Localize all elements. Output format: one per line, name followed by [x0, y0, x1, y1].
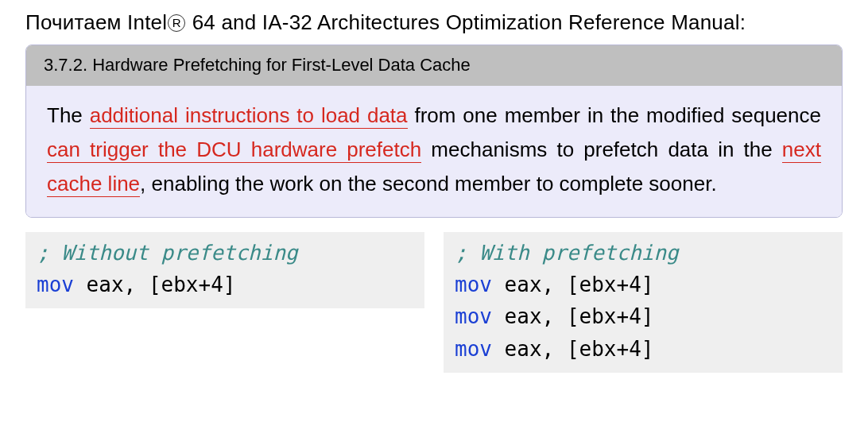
quote-text: mechanisms to prefetch data in the: [421, 137, 782, 161]
intro-line: Почитаем IntelR 64 and IA-32 Architectur…: [25, 8, 843, 37]
code-line: mov eax, [ebx+4]: [37, 269, 413, 300]
code-line: mov eax, [ebx+4]: [455, 300, 831, 332]
quote-text: The: [47, 103, 90, 127]
code-comment: ; Without prefetching: [37, 237, 413, 269]
registered-mark: R: [168, 14, 185, 32]
code-line: mov eax, [ebx+4]: [455, 269, 831, 300]
intro-prefix: Почитаем Intel: [25, 10, 167, 34]
mnemonic: mov: [455, 337, 492, 361]
quote-text: from one member in the modified sequence: [408, 103, 821, 127]
code-columns: ; Without prefetching mov eax, [ebx+4] ;…: [25, 232, 843, 373]
operands: eax, [ebx+4]: [492, 337, 654, 361]
operands: eax, [ebx+4]: [492, 304, 654, 328]
intro-suffix: 64 and IA-32 Architectures Optimization …: [186, 10, 746, 34]
code-block-with-prefetch: ; With prefetching mov eax, [ebx+4] mov …: [444, 232, 843, 373]
quote-body: The additional instructions to load data…: [26, 86, 842, 217]
code-comment: ; With prefetching: [455, 237, 831, 269]
code-line: mov eax, [ebx+4]: [455, 333, 831, 365]
mnemonic: mov: [455, 304, 492, 328]
quote-text: , enabling the work on the second member…: [140, 172, 717, 196]
quote-highlight: additional instructions to load data: [90, 103, 408, 129]
quote-highlight: can trigger the DCU hardware prefetch: [47, 137, 421, 163]
operands: eax, [ebx+4]: [492, 273, 654, 296]
mnemonic: mov: [455, 273, 492, 296]
quote-box: 3.7.2. Hardware Prefetching for First-Le…: [25, 45, 843, 217]
mnemonic: mov: [37, 273, 74, 296]
quote-header: 3.7.2. Hardware Prefetching for First-Le…: [26, 45, 842, 86]
operands: eax, [ebx+4]: [74, 273, 236, 296]
code-block-without-prefetch: ; Without prefetching mov eax, [ebx+4]: [25, 232, 424, 309]
